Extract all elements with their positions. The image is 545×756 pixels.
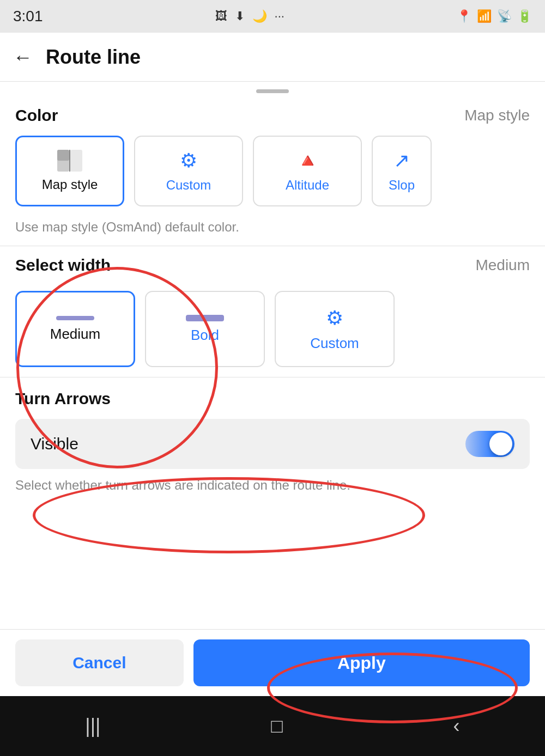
color-option-slope[interactable]: ↗ Slop <box>372 136 432 206</box>
location-icon: 📍 <box>457 9 471 23</box>
width-section-title: Select width <box>15 256 111 275</box>
visible-toggle-row[interactable]: Visible <box>15 419 530 469</box>
status-time: 3:01 <box>13 8 43 25</box>
more-icon: ··· <box>275 9 284 23</box>
color-description: Use map style (OsmAnd) default color. <box>0 212 545 246</box>
visible-toggle-switch[interactable] <box>465 431 514 457</box>
drag-handle <box>0 82 545 96</box>
color-options-row: Map style ⚙ Custom 🔺 Altitude ↗ Slop <box>15 136 530 206</box>
page-header: ← Route line <box>0 33 545 82</box>
width-options-row: Medium Bold ⚙ Custom <box>0 291 545 377</box>
drag-handle-bar <box>256 89 289 93</box>
battery-icon: 🔋 <box>517 9 532 23</box>
nav-back-icon[interactable]: ‹ <box>453 715 460 737</box>
width-option-medium[interactable]: Medium <box>15 291 135 367</box>
width-custom-label: Custom <box>310 335 359 352</box>
nav-home-icon[interactable]: □ <box>271 715 283 737</box>
slope-icon: ↗ <box>393 149 410 172</box>
turn-arrows-description: Select whether turn arrows are indicated… <box>15 469 530 493</box>
width-option-custom[interactable]: ⚙ Custom <box>275 291 395 367</box>
color-option-map-style[interactable]: Map style <box>15 136 124 206</box>
color-map-style-label: Map style <box>42 177 98 192</box>
altitude-icon: 🔺 <box>295 149 320 172</box>
color-section-title: Color <box>15 106 58 125</box>
color-altitude-label: Altitude <box>286 178 329 193</box>
status-icons: 🖼 ⬇ 🌙 ··· <box>215 9 284 23</box>
visible-label: Visible <box>31 435 78 453</box>
map-style-icon <box>57 150 82 172</box>
color-option-altitude[interactable]: 🔺 Altitude <box>253 136 362 206</box>
bold-line-icon <box>186 315 224 321</box>
color-slope-label: Slop <box>389 178 415 193</box>
nav-bar: ||| □ ‹ <box>0 696 545 756</box>
page-title: Route line <box>46 46 141 69</box>
bottom-bar: Cancel Apply <box>0 629 545 696</box>
turn-arrows-section: Turn Arrows Visible Select whether turn … <box>0 377 545 498</box>
photo-icon: 🖼 <box>215 9 227 23</box>
svg-rect-1 <box>70 150 82 172</box>
width-section: Select width Medium <box>0 246 545 291</box>
signal-icon: 📡 <box>497 9 512 23</box>
back-button[interactable]: ← <box>13 46 33 69</box>
nav-recent-icon[interactable]: ||| <box>85 715 100 737</box>
apply-button[interactable]: Apply <box>193 639 530 686</box>
width-section-header: Select width Medium <box>15 256 530 275</box>
color-section: Color Map style Map style ⚙ Custom 🔺 Alt <box>0 96 545 212</box>
wifi-icon: 📶 <box>477 9 492 23</box>
custom-gear-icon: ⚙ <box>180 149 197 172</box>
width-option-bold[interactable]: Bold <box>145 291 265 367</box>
cancel-button[interactable]: Cancel <box>15 639 184 686</box>
status-right-icons: 📍 📶 📡 🔋 <box>457 9 532 23</box>
turn-arrows-section-header: Turn Arrows <box>15 389 530 408</box>
download-icon: ⬇ <box>235 9 245 23</box>
color-option-custom[interactable]: ⚙ Custom <box>134 136 243 206</box>
width-bold-label: Bold <box>191 327 219 344</box>
status-bar: 3:01 🖼 ⬇ 🌙 ··· 📍 📶 📡 🔋 <box>0 0 545 33</box>
color-section-value: Map style <box>464 107 530 124</box>
medium-line-icon <box>56 316 94 320</box>
color-section-header: Color Map style <box>15 106 530 125</box>
width-custom-gear-icon: ⚙ <box>326 307 343 330</box>
moon-icon: 🌙 <box>252 9 267 23</box>
color-custom-label: Custom <box>166 178 211 193</box>
toggle-knob <box>489 432 512 455</box>
turn-arrows-title: Turn Arrows <box>15 389 111 408</box>
width-medium-label: Medium <box>50 326 100 343</box>
width-section-value: Medium <box>475 257 530 274</box>
svg-rect-2 <box>57 150 69 161</box>
